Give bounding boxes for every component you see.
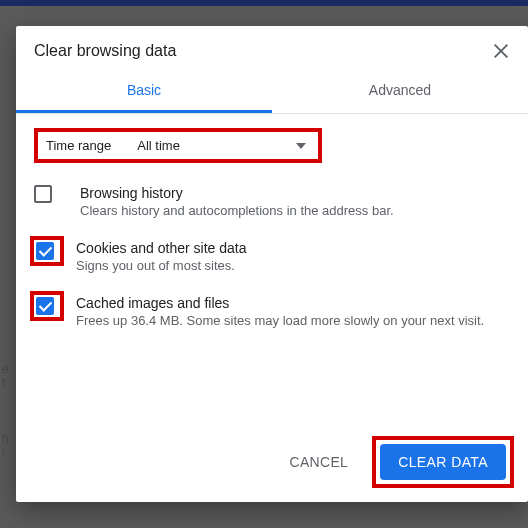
checkbox-cookies[interactable] <box>36 242 54 260</box>
dialog-title: Clear browsing data <box>34 42 492 60</box>
close-icon[interactable] <box>492 42 510 60</box>
dialog-header: Clear browsing data <box>16 26 528 68</box>
option-browsing-history: Browsing history Clears history and auto… <box>34 185 510 218</box>
bg-text: l <box>2 446 5 460</box>
option-title: Cookies and other site data <box>76 240 510 256</box>
time-range-value: All time <box>137 138 180 153</box>
tabs: Basic Advanced <box>16 68 528 114</box>
option-title: Cached images and files <box>76 295 510 311</box>
time-range-select[interactable]: Time range All time <box>34 128 322 163</box>
option-title: Browsing history <box>80 185 510 201</box>
clear-button-highlight: CLEAR DATA <box>372 436 514 488</box>
option-cookies: Cookies and other site data Signs you ou… <box>34 240 510 273</box>
checkbox-wrap <box>34 185 68 203</box>
checkbox-cached[interactable] <box>36 297 54 315</box>
time-range-label: Time range <box>46 138 111 153</box>
dialog-body: Time range All time Browsing history Cle… <box>16 114 528 426</box>
clear-browsing-data-dialog: Clear browsing data Basic Advanced Time … <box>16 26 528 502</box>
option-subtitle: Frees up 36.4 MB. Some sites may load mo… <box>76 313 510 328</box>
option-subtitle: Signs you out of most sites. <box>76 258 510 273</box>
option-cached: Cached images and files Frees up 36.4 MB… <box>34 295 510 328</box>
chevron-down-icon <box>296 143 306 149</box>
clear-data-button[interactable]: CLEAR DATA <box>380 444 506 480</box>
checkbox-wrap <box>30 236 64 266</box>
tab-basic[interactable]: Basic <box>16 68 272 113</box>
bg-text: h <box>2 432 9 446</box>
checkbox-browsing-history[interactable] <box>34 185 52 203</box>
cancel-button[interactable]: CANCEL <box>278 446 361 478</box>
option-subtitle: Clears history and autocompletions in th… <box>80 203 510 218</box>
bg-text: t <box>2 376 5 390</box>
checkbox-wrap <box>30 291 64 321</box>
dialog-footer: CANCEL CLEAR DATA <box>16 426 528 502</box>
bg-text: e <box>2 362 9 376</box>
tab-advanced[interactable]: Advanced <box>272 68 528 113</box>
